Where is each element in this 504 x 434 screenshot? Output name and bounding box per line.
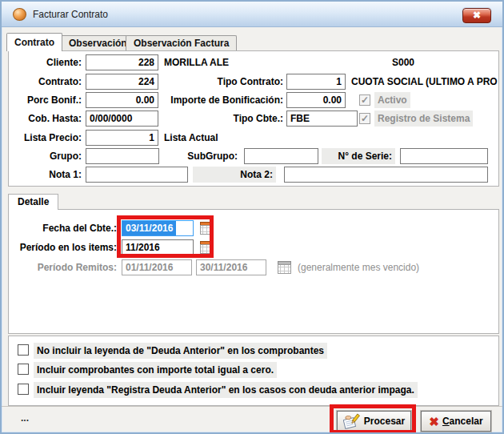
contrato-label: Contrato: <box>8 74 82 90</box>
grupo-field[interactable] <box>86 148 159 164</box>
cliente-codigo: S000 <box>392 54 440 70</box>
close-icon: ✖ <box>473 10 481 21</box>
nota1-label: Nota 1: <box>8 167 82 183</box>
writing-hand-icon <box>343 413 361 429</box>
lista-precio-label: Lista Precio: <box>8 130 82 146</box>
app-sphere-icon <box>13 8 26 21</box>
cliente-nombre: MORILLA ALE <box>164 54 364 70</box>
tab-contrato[interactable]: Contrato <box>6 33 62 51</box>
cancelar-button[interactable]: ✖ Cancelar <box>421 411 491 432</box>
facturar-contrato-dialog: Facturar Contrato ✖ Contrato Observación… <box>0 0 504 434</box>
title-bar[interactable]: Facturar Contrato ✖ <box>2 2 502 27</box>
fecha-cbte-label: Fecha del Cbte.: <box>8 220 117 236</box>
serie-label: N° de Serie: <box>322 148 395 164</box>
registro-sistema-label: Registro de Sistema <box>374 111 473 127</box>
serie-field[interactable] <box>400 148 488 164</box>
option-checkbox-registra-deuda[interactable]: ✓ <box>18 384 29 395</box>
activo-checkbox: ✓ <box>359 94 370 106</box>
option-label: Incluir comprobantes con importe total i… <box>34 362 277 378</box>
cliente-label: Cliente: <box>8 54 82 70</box>
subgrupo-label: SubGrupo: <box>170 148 238 164</box>
subgrupo-field[interactable] <box>244 148 318 164</box>
nota1-field[interactable] <box>86 167 188 183</box>
lista-actual-text: Lista Actual <box>164 130 324 146</box>
activo-label: Activo <box>374 92 410 108</box>
lista-precio-field[interactable]: 1 <box>86 130 158 146</box>
tab-detalle[interactable]: Detalle <box>8 194 58 210</box>
fecha-cbte-selected-text: 03/11/2016 <box>122 221 176 235</box>
tipo-cbte-label: Tipo Cbte.: <box>128 111 283 127</box>
tab-observacion-factura[interactable]: Observación Factura <box>126 35 237 51</box>
porc-bonif-label: Porc Bonif.: <box>8 92 82 108</box>
registro-sistema-checkbox: ✓ <box>359 113 370 124</box>
importe-bonif-field[interactable]: 0.00 <box>286 92 346 108</box>
cancel-x-icon: ✖ <box>429 416 439 428</box>
nota2-field[interactable] <box>284 167 488 183</box>
calendar-icon[interactable] <box>200 222 214 235</box>
nota2-label: Nota 2: <box>193 167 276 183</box>
window-title: Facturar Contrato <box>33 2 108 27</box>
tab-observacion[interactable]: Observación <box>61 35 135 51</box>
option-checkbox-importe-cero[interactable]: ✓ <box>18 364 29 375</box>
periodo-remitos-label: Período Remitos: <box>8 259 117 275</box>
status-ellipsis: ... <box>21 412 29 424</box>
periodo-items-label: Período en los items: <box>8 239 117 255</box>
check-icon: ✓ <box>361 113 369 124</box>
tipo-contrato-label: Tipo Contrato: <box>128 74 283 90</box>
option-label: Incluir leyenda "Registra Deuda Anterior… <box>34 382 418 398</box>
importe-bonif-label: Importe de Bonificación: <box>128 92 283 108</box>
cob-hasta-label: Cob. Hasta: <box>8 111 82 127</box>
footer-divider <box>2 406 502 407</box>
remitos-desde-field: 01/11/2016 <box>122 259 192 275</box>
option-label: No incluir la leyenda de "Deuda Anterior… <box>34 343 327 359</box>
cliente-field[interactable]: 228 <box>86 54 158 70</box>
procesar-button[interactable]: Procesar <box>337 411 411 432</box>
tipo-cbte-field[interactable]: FBE <box>286 111 358 127</box>
periodo-items-field[interactable]: 11/2016 <box>122 239 194 255</box>
check-icon: ✓ <box>361 94 369 106</box>
close-button[interactable]: ✖ <box>462 8 491 23</box>
calendar-icon-disabled <box>278 261 291 274</box>
remitos-hint: (generalmente mes vencido) <box>298 259 419 275</box>
tipo-contrato-desc: CUOTA SOCIAL (ULTIMO A PRO <box>351 74 498 90</box>
calendar-icon[interactable] <box>200 241 214 254</box>
procesar-label: Procesar <box>364 416 405 427</box>
fecha-cbte-field[interactable]: 03/11/2016 <box>122 220 194 236</box>
remitos-hasta-field: 30/11/2016 <box>196 259 266 275</box>
cancelar-label: Cancelar <box>442 416 483 427</box>
tipo-contrato-field[interactable]: 1 <box>286 74 346 90</box>
option-checkbox-deuda-anterior[interactable]: ✓ <box>18 344 29 356</box>
grupo-label: Grupo: <box>8 148 82 164</box>
